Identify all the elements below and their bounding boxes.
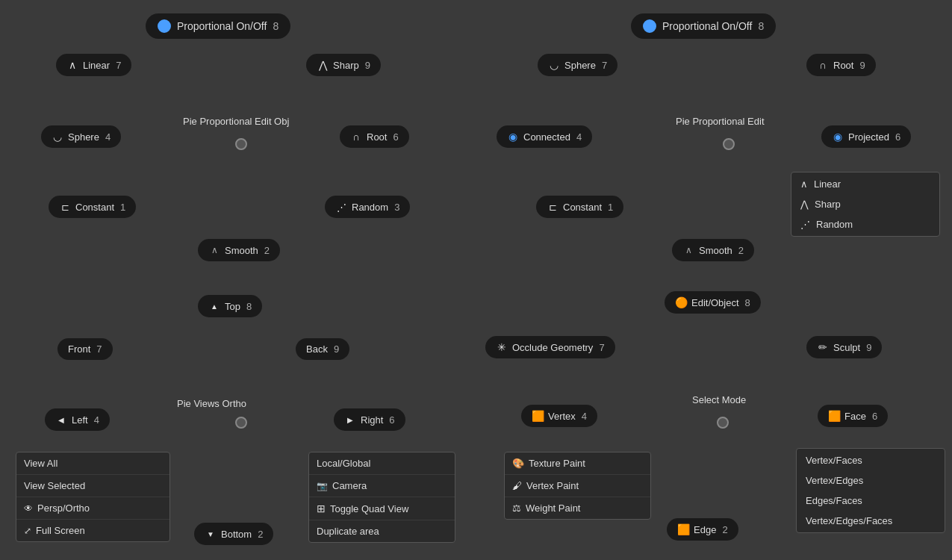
dropdown-random-icon: ⋰ <box>800 219 810 230</box>
constant-btn-right[interactable]: ⊏ Constant 1 <box>536 196 623 218</box>
root-btn-right[interactable]: ∩ Root 9 <box>806 54 876 76</box>
constant-num-right: 1 <box>608 202 613 213</box>
back-btn[interactable]: Back 9 <box>296 338 349 360</box>
sphere-icon-right: ◡ <box>548 59 560 71</box>
vertex-edges-faces-item[interactable]: Vertex/Edges/Faces <box>797 511 945 531</box>
top-icon: ▲ <box>208 300 220 312</box>
view-selected-label: View Selected <box>24 480 85 491</box>
view-all-item[interactable]: View All <box>16 452 169 475</box>
dropdown-random-label: Random <box>816 219 853 230</box>
vertex-faces-item[interactable]: Vertex/Faces <box>797 450 945 470</box>
vertex-btn[interactable]: 🟧 Vertex 4 <box>521 405 597 427</box>
weight-paint-item[interactable]: ⚖ Weight Paint <box>505 497 650 519</box>
sharp-btn[interactable]: ⋀ Sharp 9 <box>306 54 381 76</box>
proportional-onoff-left[interactable]: Proportional On/Off 8 <box>146 13 290 39</box>
left-btn[interactable]: ◀ Left 4 <box>45 408 110 431</box>
vertex-edges-item[interactable]: Vertex/Edges <box>797 470 945 491</box>
pie-proportional-edit-obj-label: Pie Proportional Edit Obj <box>183 116 289 127</box>
weight-paint-icon: ⚖ <box>512 503 521 514</box>
constant-num-left: 1 <box>120 202 125 213</box>
smooth-btn-left[interactable]: ∧ Smooth 2 <box>198 239 280 261</box>
dropdown-item-linear[interactable]: ∧ Linear <box>791 174 939 194</box>
vertex-label: Vertex <box>548 411 576 422</box>
projected-btn[interactable]: ◉ Projected 6 <box>821 125 911 148</box>
constant-icon-left: ⊏ <box>59 201 71 213</box>
dropdown-item-sharp[interactable]: ⋀ Sharp <box>791 194 939 214</box>
bottom-num: 2 <box>258 529 263 540</box>
bottom-btn[interactable]: ▼ Bottom 2 <box>194 523 273 545</box>
root-label-right: Root <box>833 60 853 71</box>
dropdown-linear-label: Linear <box>814 178 841 190</box>
smooth-btn-right[interactable]: ∧ Smooth 2 <box>672 239 754 261</box>
back-label: Back <box>306 343 328 355</box>
sphere-num-right: 7 <box>602 60 607 71</box>
pie-proportional-edit-obj-dot <box>235 138 247 150</box>
sculpt-btn[interactable]: ✏ Sculpt 9 <box>806 336 882 358</box>
proportional-icon-right <box>643 19 656 33</box>
constant-label-right: Constant <box>563 202 602 213</box>
projected-num: 6 <box>895 131 900 143</box>
root-icon-center: ∩ <box>350 131 362 143</box>
proportional-num-left: 8 <box>273 20 279 32</box>
edges-faces-label: Edges/Faces <box>806 495 862 506</box>
toggle-quad-view-item[interactable]: ⊞ Toggle Quad View <box>309 497 455 520</box>
vertex-paint-label: Vertex Paint <box>526 480 579 491</box>
camera-label: Camera <box>332 480 367 491</box>
duplicate-area-label: Duplicate area <box>317 526 379 537</box>
random-icon: ⋰ <box>335 201 347 213</box>
duplicate-area-item[interactable]: Duplicate area <box>309 520 455 542</box>
occlude-geometry-btn[interactable]: ✳ Occlude Geometry 7 <box>485 336 615 358</box>
dropdown-item-random[interactable]: ⋰ Random <box>791 214 939 234</box>
connected-num: 4 <box>576 131 582 143</box>
edit-object-icon: 🟠 <box>675 296 687 308</box>
random-btn[interactable]: ⋰ Random 3 <box>325 196 410 218</box>
edge-btn[interactable]: 🟧 Edge 2 <box>667 518 738 541</box>
local-global-item[interactable]: Local/Global <box>309 452 455 475</box>
linear-icon-left: ∧ <box>66 59 78 71</box>
back-num: 9 <box>334 343 339 355</box>
front-num: 7 <box>96 343 102 355</box>
edit-object-btn[interactable]: 🟠 Edit/Object 8 <box>665 291 761 314</box>
right-icon: ▶ <box>344 414 356 426</box>
edge-num: 2 <box>722 524 727 535</box>
full-screen-item[interactable]: ⤢ Full Screen <box>16 520 169 541</box>
constant-label-left: Constant <box>75 202 114 213</box>
persp-ortho-item[interactable]: 👁 Persp/Ortho <box>16 497 169 520</box>
vertex-faces-label: Vertex/Faces <box>806 455 862 466</box>
edges-faces-item[interactable]: Edges/Faces <box>797 491 945 511</box>
face-label: Face <box>844 411 866 422</box>
face-btn[interactable]: 🟧 Face 6 <box>818 405 888 427</box>
vertex-edges-faces-label: Vertex/Edges/Faces <box>806 515 892 526</box>
constant-btn-left[interactable]: ⊏ Constant 1 <box>49 196 136 218</box>
proportional-onoff-right[interactable]: Proportional On/Off 8 <box>631 13 776 39</box>
sphere-label-left: Sphere <box>68 131 99 143</box>
connected-btn[interactable]: ◉ Connected 4 <box>497 125 592 148</box>
front-btn[interactable]: Front 7 <box>57 338 113 360</box>
root-btn-center[interactable]: ∩ Root 6 <box>340 125 409 148</box>
sphere-icon-left: ◡ <box>52 131 63 143</box>
sphere-btn-right[interactable]: ◡ Sphere 7 <box>538 54 617 76</box>
vertex-edges-label: Vertex/Edges <box>806 475 863 486</box>
vertex-paint-item[interactable]: 🖌 Vertex Paint <box>505 475 650 497</box>
view-list-panel: View All View Selected 👁 Persp/Ortho ⤢ F… <box>16 452 170 542</box>
vertex-num: 4 <box>582 411 587 422</box>
view-selected-item[interactable]: View Selected <box>16 475 169 497</box>
quad-view-icon: ⊞ <box>317 503 326 514</box>
face-icon: 🟧 <box>828 410 840 422</box>
top-btn[interactable]: ▲ Top 8 <box>198 295 262 317</box>
smooth-num-right: 2 <box>738 245 744 256</box>
texture-paint-label: Texture Paint <box>529 458 585 469</box>
persp-ortho-label: Persp/Ortho <box>37 503 90 514</box>
dropdown-sharp-icon: ⋀ <box>800 199 809 210</box>
camera-item[interactable]: 📷 Camera <box>309 475 455 497</box>
projected-label: Projected <box>848 131 889 143</box>
smooth-icon-left: ∧ <box>208 244 220 256</box>
texture-paint-item[interactable]: 🎨 Texture Paint <box>505 452 650 475</box>
sphere-btn-left[interactable]: ◡ Sphere 4 <box>41 125 121 148</box>
right-btn[interactable]: ▶ Right 6 <box>334 408 405 431</box>
linear-btn-left[interactable]: ∧ Linear 7 <box>56 54 131 76</box>
sculpt-num: 9 <box>866 342 871 353</box>
vertex-paint-icon: 🖌 <box>512 480 522 491</box>
face-num: 6 <box>872 411 877 422</box>
sculpt-icon: ✏ <box>817 341 829 353</box>
